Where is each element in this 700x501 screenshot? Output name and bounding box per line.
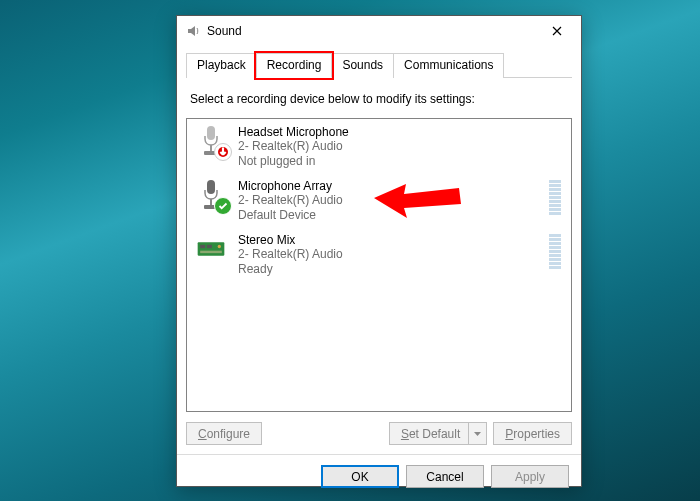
ok-button[interactable]: OK bbox=[321, 465, 399, 488]
unplugged-overlay-icon bbox=[214, 143, 232, 161]
device-name: Microphone Array bbox=[238, 179, 540, 193]
svg-rect-3 bbox=[207, 180, 215, 194]
properties-button[interactable]: Properties bbox=[493, 422, 572, 445]
device-icon-wrapper bbox=[193, 232, 229, 266]
device-status: Not plugged in bbox=[238, 154, 565, 169]
dialog-footer: OK Cancel Apply bbox=[177, 454, 581, 498]
default-check-icon bbox=[214, 197, 232, 215]
tab-playback[interactable]: Playback bbox=[186, 53, 257, 78]
svg-rect-4 bbox=[210, 199, 212, 205]
set-default-button[interactable]: Set Default bbox=[389, 422, 487, 445]
cancel-button[interactable]: Cancel bbox=[406, 465, 484, 488]
device-icon-wrapper bbox=[193, 124, 229, 158]
window-title: Sound bbox=[207, 24, 535, 38]
device-row[interactable]: Microphone Array 2- Realtek(R) Audio Def… bbox=[187, 175, 571, 229]
device-row[interactable]: Stereo Mix 2- Realtek(R) Audio Ready bbox=[187, 229, 571, 283]
titlebar: Sound bbox=[177, 16, 581, 46]
device-subtitle: 2- Realtek(R) Audio bbox=[238, 247, 540, 262]
instruction-text: Select a recording device below to modif… bbox=[190, 92, 568, 106]
device-status: Default Device bbox=[238, 208, 540, 223]
svg-rect-8 bbox=[207, 245, 212, 248]
device-name: Headset Microphone bbox=[238, 125, 565, 139]
apply-button[interactable]: Apply bbox=[491, 465, 569, 488]
sound-icon bbox=[185, 23, 201, 39]
device-text: Microphone Array 2- Realtek(R) Audio Def… bbox=[238, 178, 540, 223]
svg-rect-1 bbox=[210, 145, 212, 151]
tab-recording[interactable]: Recording bbox=[256, 53, 333, 78]
chevron-down-icon[interactable] bbox=[468, 423, 486, 444]
svg-rect-7 bbox=[200, 245, 205, 248]
svg-rect-0 bbox=[207, 126, 215, 140]
svg-point-9 bbox=[218, 245, 221, 248]
level-meter bbox=[549, 180, 561, 215]
configure-button[interactable]: Configure bbox=[186, 422, 262, 445]
close-button[interactable] bbox=[535, 17, 579, 45]
tab-strip: Playback Recording Sounds Communications bbox=[186, 52, 572, 78]
device-row[interactable]: Headset Microphone 2- Realtek(R) Audio N… bbox=[187, 121, 571, 175]
device-name: Stereo Mix bbox=[238, 233, 540, 247]
svg-rect-6 bbox=[198, 242, 225, 255]
device-text: Headset Microphone 2- Realtek(R) Audio N… bbox=[238, 124, 565, 169]
tab-communications[interactable]: Communications bbox=[393, 53, 504, 78]
sound-dialog: Sound Playback Recording Sounds Communic… bbox=[176, 15, 582, 487]
sound-card-icon bbox=[196, 232, 226, 266]
tab-sounds[interactable]: Sounds bbox=[331, 53, 394, 78]
device-status: Ready bbox=[238, 262, 540, 277]
device-icon-wrapper bbox=[193, 178, 229, 212]
device-subtitle: 2- Realtek(R) Audio bbox=[238, 139, 565, 154]
svg-rect-10 bbox=[200, 251, 222, 254]
device-text: Stereo Mix 2- Realtek(R) Audio Ready bbox=[238, 232, 540, 277]
device-list: Headset Microphone 2- Realtek(R) Audio N… bbox=[186, 118, 572, 412]
device-button-row: Configure Set Default Properties bbox=[186, 422, 572, 445]
level-meter bbox=[549, 234, 561, 269]
device-subtitle: 2- Realtek(R) Audio bbox=[238, 193, 540, 208]
